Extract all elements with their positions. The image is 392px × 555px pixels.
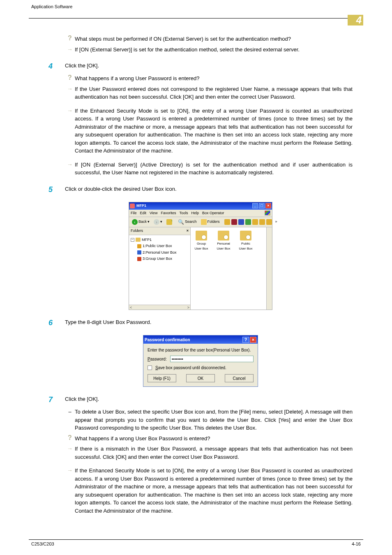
- cancel-button[interactable]: Cancel: [225, 374, 254, 382]
- pane-header: Folders: [131, 228, 143, 234]
- arrow-icon: →: [67, 46, 73, 53]
- footer-right: 4-16: [352, 541, 361, 546]
- answer-text: If the User Password entered does not co…: [75, 85, 353, 101]
- menu-item[interactable]: Tools: [179, 210, 188, 216]
- screenshot-password-dialog: Password confirmation ? × Enter the pass…: [143, 335, 258, 387]
- question-icon: ?: [68, 74, 72, 81]
- menu-item[interactable]: Help: [191, 210, 199, 216]
- toolbar-icon[interactable]: [238, 219, 244, 225]
- help-button[interactable]: ?: [242, 337, 249, 343]
- menu-item[interactable]: Box Operator: [202, 210, 224, 216]
- minimize-button[interactable]: _: [252, 203, 258, 208]
- arrow-icon: →: [67, 467, 73, 474]
- step-number: 4: [48, 61, 65, 72]
- password-label: Password:: [148, 356, 167, 362]
- windows-flag-icon: [265, 210, 270, 215]
- dash-icon: –: [68, 408, 71, 416]
- step-number: 5: [48, 184, 65, 195]
- help-button[interactable]: Help (F1): [148, 374, 176, 382]
- screenshot-explorer: MFP1 _ □ × File Edit View Favorites Tool…: [129, 202, 272, 310]
- chapter-badge: 4: [348, 15, 363, 25]
- scrollbar[interactable]: [129, 305, 190, 310]
- back-button[interactable]: ‹Back ▾: [131, 219, 151, 225]
- user-box-icon[interactable]: Personal User Box: [215, 231, 232, 251]
- toolbar-icon[interactable]: [231, 219, 237, 225]
- toolbar-icon[interactable]: [259, 219, 265, 225]
- tree-node[interactable]: 1:Public User Box: [137, 243, 189, 250]
- arrow-icon: →: [67, 85, 73, 92]
- dialog-prompt: Enter the password for the user box(Pers…: [148, 347, 254, 353]
- arrow-icon: →: [67, 445, 73, 452]
- step-number: 6: [48, 317, 65, 328]
- folders-button[interactable]: Folders: [200, 219, 221, 225]
- up-button[interactable]: [165, 219, 173, 225]
- box-icon: [137, 257, 141, 261]
- menu-item[interactable]: File: [131, 210, 137, 216]
- search-button[interactable]: 🔍Search: [177, 218, 198, 226]
- password-input[interactable]: [170, 356, 254, 362]
- toolbar-icon[interactable]: [252, 219, 258, 225]
- step-text: Click the [OK].: [65, 61, 353, 70]
- maximize-button[interactable]: □: [259, 203, 265, 208]
- close-button[interactable]: ×: [265, 203, 271, 208]
- checkbox-label: Save box password until disconnected.: [155, 365, 226, 371]
- qa-text: What steps must be performed if ON (Exte…: [75, 35, 353, 43]
- box-icon: [137, 244, 141, 248]
- answer-text: If there is a mismatch in the User Box P…: [75, 445, 353, 461]
- ok-button[interactable]: OK: [186, 374, 215, 382]
- answer-text: If [ON (External Server)] (Active Direct…: [75, 161, 353, 177]
- step-text: Click the [OK].: [65, 394, 353, 403]
- footer-left: C253/C203: [31, 541, 54, 546]
- question-icon: ?: [68, 435, 72, 441]
- step-text: Type the 8-digit User Box Password.: [65, 317, 353, 326]
- user-box-icon[interactable]: Group User Box: [193, 231, 210, 251]
- menu-item[interactable]: Edit: [140, 210, 147, 216]
- answer-text: If the Enhanced Security Mode is set to …: [75, 107, 353, 155]
- arrow-icon: →: [67, 107, 73, 114]
- forward-button[interactable]: › ▾: [152, 219, 164, 225]
- close-button[interactable]: ×: [250, 337, 256, 343]
- user-box-icon[interactable]: Public User Box: [238, 231, 254, 251]
- qa-text: What happens if a wrong User Password is…: [75, 74, 353, 83]
- tree-node[interactable]: 2:Personal User Box: [137, 250, 189, 256]
- close-pane-icon[interactable]: ×: [187, 228, 189, 234]
- window-title: MFP1: [136, 203, 146, 209]
- tree-node[interactable]: 3:Group User Box: [137, 256, 189, 262]
- step-text: Click or double-click the desired User B…: [65, 184, 353, 193]
- scrollbar[interactable]: [266, 227, 272, 310]
- toolbar-icon[interactable]: [245, 219, 251, 225]
- answer-text: If the Enhanced Security Mode is set to …: [75, 467, 353, 515]
- app-icon: [130, 204, 135, 208]
- toolbar-icon[interactable]: [266, 219, 272, 225]
- dialog-title: Password confirmation: [145, 337, 190, 343]
- folder-icon: [136, 238, 141, 242]
- step-number: 7: [48, 394, 65, 405]
- header-title: Application Software: [31, 4, 72, 9]
- question-icon: ?: [68, 35, 72, 42]
- toolbar-icon[interactable]: [224, 219, 230, 225]
- box-icon: [137, 250, 141, 254]
- note-text: To delete a User Box, select the specifi…: [75, 408, 353, 432]
- menu-item[interactable]: View: [150, 210, 157, 216]
- save-password-checkbox[interactable]: [148, 365, 152, 370]
- arrow-icon: →: [67, 161, 73, 168]
- qa-text: What happens if a wrong User Box Passwor…: [75, 435, 353, 443]
- tree-node[interactable]: −MFP1: [131, 237, 189, 243]
- answer-text: If [ON (External Server)] is set for the…: [75, 46, 353, 54]
- menu-item[interactable]: Favorites: [161, 210, 176, 216]
